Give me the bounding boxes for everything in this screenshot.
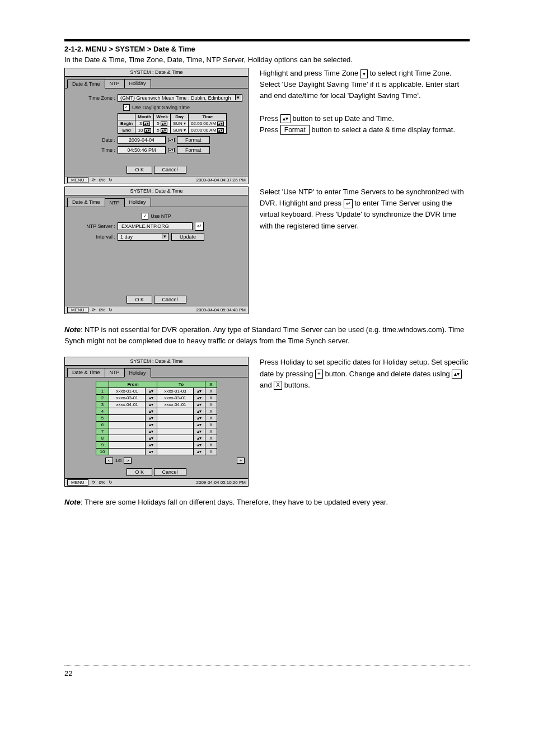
tab-holiday[interactable]: Holiday <box>124 79 151 88</box>
from-cell[interactable] <box>109 415 146 422</box>
spinner-icon[interactable]: ▴▾ <box>194 422 205 428</box>
tab-holiday[interactable]: Holiday <box>124 368 151 377</box>
spinner-icon[interactable]: ▴▾ <box>146 395 157 402</box>
to-cell[interactable] <box>157 449 194 455</box>
spinner-icon[interactable]: ▴▾ <box>194 435 205 442</box>
spinner-icon[interactable]: ▴▾ <box>146 408 157 415</box>
spinner-icon[interactable]: ▴▾ <box>194 442 205 449</box>
interval-select[interactable]: 1 day <box>118 233 169 241</box>
to-cell[interactable]: xxxx-03-01 <box>157 395 194 402</box>
to-cell[interactable] <box>157 435 194 442</box>
holiday-table: From To X 1xxxx-01-01▴▾xxxx-01-03▴▾X2xxx… <box>96 381 217 455</box>
spinner-icon[interactable]: ▴▾ <box>143 122 150 126</box>
tab-date-time[interactable]: Date & Time <box>67 80 105 88</box>
spinner-icon[interactable]: ▴▾ <box>194 395 205 402</box>
spinner-icon[interactable]: ▴▾ <box>146 442 157 449</box>
spinner-icon[interactable]: ▴▾ <box>194 415 205 422</box>
to-cell[interactable]: xxxx-04-01 <box>157 402 194 408</box>
spinner-icon[interactable]: ▴▾ <box>146 428 157 435</box>
to-cell[interactable] <box>157 428 194 435</box>
spinner-icon[interactable]: ▴▾ <box>146 449 157 455</box>
spinner-icon[interactable]: ▴▾ <box>168 138 175 142</box>
spinner-icon[interactable]: ▴▾ <box>146 435 157 442</box>
cancel-button[interactable]: Cancel <box>154 296 186 304</box>
cancel-button[interactable]: Cancel <box>154 166 186 174</box>
from-cell[interactable] <box>109 428 146 435</box>
to-cell[interactable] <box>157 422 194 428</box>
menu-button[interactable]: MENU <box>67 177 88 183</box>
table-row: 1xxxx-01-01▴▾xxxx-01-03▴▾X <box>96 388 217 395</box>
from-cell[interactable]: xxxx-03-01 <box>109 395 146 402</box>
spinner-icon[interactable]: ▴▾ <box>194 428 205 435</box>
spinner-icon[interactable]: ▴▾ <box>146 422 157 428</box>
time-field[interactable]: 04:50:46 PM <box>118 146 166 154</box>
delete-row-button[interactable]: X <box>205 388 217 395</box>
menu-button[interactable]: MENU <box>67 307 88 313</box>
from-cell[interactable] <box>109 408 146 415</box>
note-holiday: Note: There are some Holidays fall on di… <box>64 497 470 508</box>
spinner-icon[interactable]: ▴▾ <box>194 388 205 395</box>
delete-row-button[interactable]: X <box>205 402 217 408</box>
to-cell[interactable] <box>157 408 194 415</box>
spinner-icon[interactable]: ▴▾ <box>161 122 167 126</box>
para-ntp: Select 'Use NTP' to enter Time Servers t… <box>260 186 470 232</box>
from-cell[interactable] <box>109 422 146 428</box>
time-zone-select[interactable]: (GMT) Greenwich Mean Time : Dublin, Edin… <box>118 94 242 102</box>
tab-date-time[interactable]: Date & Time <box>67 198 105 207</box>
menu-button[interactable]: MENU <box>67 479 88 486</box>
delete-row-button[interactable]: X <box>205 449 217 455</box>
spinner-icon[interactable]: ▴▾ <box>194 402 205 408</box>
from-cell[interactable]: xxxx-01-01 <box>109 388 146 395</box>
from-cell[interactable] <box>109 442 146 449</box>
table-row: 2xxxx-03-01▴▾xxxx-03-01▴▾X <box>96 395 217 402</box>
from-cell[interactable] <box>109 449 146 455</box>
delete-row-button[interactable]: X <box>205 408 217 415</box>
time-format-button[interactable]: Format <box>177 146 210 154</box>
tab-date-time[interactable]: Date & Time <box>67 368 105 377</box>
delete-row-button[interactable]: X <box>205 395 217 402</box>
from-cell[interactable]: xxxx-04-01 <box>109 402 146 408</box>
spinner-icon[interactable]: ▴▾ <box>194 449 205 455</box>
ok-button[interactable]: O K <box>127 468 152 476</box>
to-cell[interactable]: xxxx-01-03 <box>157 388 194 395</box>
spinner-icon[interactable]: ▴▾ <box>217 128 224 133</box>
spinner-icon[interactable]: ▴▾ <box>144 128 151 133</box>
section-heading: 2-1-2. MENU > SYSTEM > Date & Time <box>64 45 470 53</box>
delete-row-button[interactable]: X <box>205 422 217 428</box>
spinner-icon[interactable]: ▴▾ <box>194 408 205 415</box>
spinner-icon[interactable]: ▴▾ <box>146 402 157 408</box>
use-ntp-checkbox[interactable]: ✓ Use NTP <box>142 213 171 220</box>
dropdown-icon: ▾ <box>360 69 368 78</box>
delete-row-button[interactable]: X <box>205 442 217 449</box>
date-format-button[interactable]: Format <box>177 136 210 144</box>
tab-ntp[interactable]: NTP <box>105 368 125 377</box>
tab-ntp[interactable]: NTP <box>105 79 125 88</box>
ntp-server-field[interactable]: EXAMPLE.NTP.ORG <box>118 222 193 230</box>
window-title: SYSTEM : Date & Time <box>65 68 248 77</box>
spinner-icon[interactable]: ▴▾ <box>146 415 157 422</box>
ok-button[interactable]: O K <box>127 296 152 304</box>
delete-row-button[interactable]: X <box>205 415 217 422</box>
next-page-button[interactable]: > <box>124 458 132 464</box>
cancel-button[interactable]: Cancel <box>154 468 186 476</box>
ok-button[interactable]: O K <box>127 166 152 174</box>
to-cell[interactable] <box>157 442 194 449</box>
add-button[interactable]: + <box>237 458 245 464</box>
date-field[interactable]: 2009-04-04 <box>118 136 166 144</box>
refresh-icon: ⟳ <box>92 178 96 183</box>
update-button[interactable]: Update <box>171 233 204 241</box>
delete-row-button[interactable]: X <box>205 428 217 435</box>
tab-holiday[interactable]: Holiday <box>124 198 151 207</box>
from-cell[interactable] <box>109 435 146 442</box>
delete-row-button[interactable]: X <box>205 435 217 442</box>
to-cell[interactable] <box>157 415 194 422</box>
percent-label: 0% <box>99 178 106 183</box>
tab-ntp[interactable]: NTP <box>105 198 125 207</box>
spinner-icon[interactable]: ▴▾ <box>161 128 167 133</box>
dst-checkbox[interactable]: ✓ Use Daylight Saving Time <box>123 104 190 111</box>
enter-icon[interactable]: ↵ <box>195 222 204 231</box>
prev-page-button[interactable]: < <box>105 458 113 464</box>
spinner-icon[interactable]: ▴▾ <box>168 148 175 152</box>
spinner-icon[interactable]: ▴▾ <box>146 388 157 395</box>
spinner-icon[interactable]: ▴▾ <box>217 122 224 126</box>
